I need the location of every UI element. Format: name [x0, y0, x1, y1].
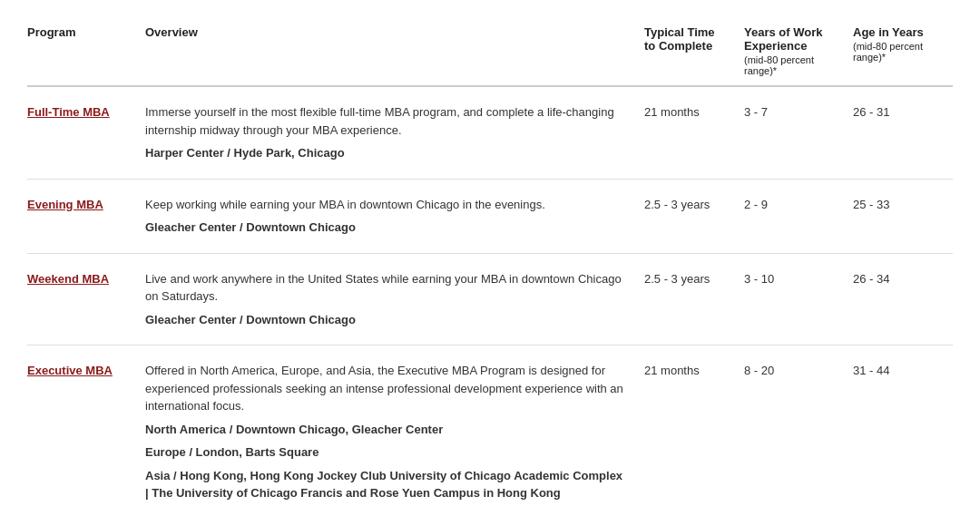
table-container: Program Overview Typical Time to Complet…	[0, 0, 980, 506]
program-link[interactable]: Executive MBA	[27, 362, 113, 380]
time-cell: 2.5 - 3 years	[635, 179, 735, 253]
program-link[interactable]: Weekend MBA	[27, 270, 109, 288]
program-cell: Executive MBA	[27, 345, 136, 507]
location-text: Harper Center / Hyde Park, Chicago	[145, 144, 626, 162]
overview-cell: Offered in North America, Europe, and As…	[136, 345, 635, 507]
exp-cell: 2 - 9	[735, 179, 844, 253]
table-row: Weekend MBALive and work anywhere in the…	[27, 253, 953, 345]
overview-text: Keep working while earning your MBA in d…	[145, 198, 545, 211]
location-text: Europe / London, Barts Square	[145, 443, 626, 462]
program-link[interactable]: Evening MBA	[27, 196, 103, 214]
col-header-exp: Years of Work Experience (mid-80 percent…	[735, 18, 844, 86]
col-header-age: Age in Years (mid-80 percent range)*	[844, 18, 953, 86]
age-cell: 31 - 44	[844, 345, 953, 507]
time-cell: 2.5 - 3 years	[635, 253, 735, 345]
table-row: Evening MBAKeep working while earning yo…	[27, 179, 953, 253]
exp-cell: 8 - 20	[735, 345, 844, 507]
program-cell: Full-Time MBA	[27, 86, 136, 179]
table-header-row: Program Overview Typical Time to Complet…	[27, 18, 953, 86]
col-header-overview: Overview	[136, 18, 635, 86]
program-cell: Evening MBA	[27, 179, 136, 253]
location-text: North America / Downtown Chicago, Gleach…	[145, 421, 626, 439]
exp-cell: 3 - 7	[735, 86, 844, 179]
table-row: Full-Time MBAImmerse yourself in the mos…	[27, 86, 953, 179]
overview-text: Offered in North America, Europe, and As…	[145, 364, 623, 413]
overview-cell: Keep working while earning your MBA in d…	[136, 179, 635, 253]
col-header-program: Program	[27, 18, 136, 86]
location-text: Asia / Hong Kong, Hong Kong Jockey Club …	[145, 467, 626, 502]
time-cell: 21 months	[635, 86, 735, 179]
exp-cell: 3 - 10	[735, 253, 844, 345]
overview-cell: Live and work anywhere in the United Sta…	[136, 253, 635, 345]
program-link[interactable]: Full-Time MBA	[27, 103, 110, 122]
age-cell: 26 - 31	[844, 86, 953, 179]
table-row: Executive MBAOffered in North America, E…	[27, 345, 953, 507]
program-cell: Weekend MBA	[27, 253, 136, 345]
overview-text: Immerse yourself in the most flexible fu…	[145, 105, 614, 137]
location-text: Gleacher Center / Downtown Chicago	[145, 311, 626, 329]
overview-cell: Immerse yourself in the most flexible fu…	[136, 86, 635, 179]
location-text: Gleacher Center / Downtown Chicago	[145, 219, 626, 237]
table-body: Full-Time MBAImmerse yourself in the mos…	[27, 86, 953, 506]
programs-table: Program Overview Typical Time to Complet…	[27, 18, 953, 506]
time-cell: 21 months	[635, 345, 735, 507]
col-header-time: Typical Time to Complete	[635, 18, 735, 86]
overview-text: Live and work anywhere in the United Sta…	[145, 272, 622, 304]
age-cell: 26 - 34	[844, 253, 953, 345]
age-cell: 25 - 33	[844, 179, 953, 253]
